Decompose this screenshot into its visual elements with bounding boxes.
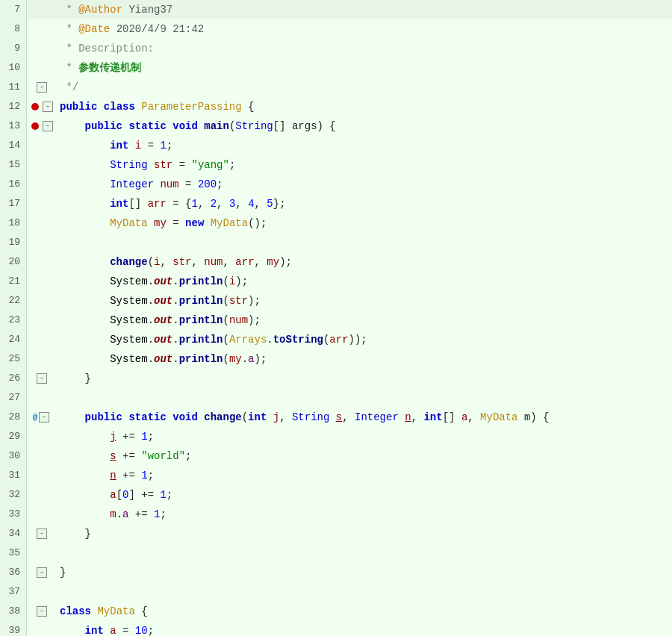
line-33: 33 m.a += 1; — [0, 505, 672, 524]
debug-marker-28: @ — [33, 408, 38, 427]
line-25: 25 System.out.println(my.a); — [0, 349, 672, 369]
line-28: 28 @ - public static void change(int j, … — [0, 408, 672, 427]
line-29: 29 j += 1; — [0, 427, 672, 446]
line-15: 15 String str = "yang"; — [0, 155, 672, 175]
line-27: 27 — [0, 388, 672, 408]
line-38: 38 - class MyData { — [0, 602, 672, 621]
line-22: 22 System.out.println(str); — [0, 291, 672, 311]
line-18: 18 MyData my = new MyData(); — [0, 213, 672, 233]
line-23: 23 System.out.println(num); — [0, 311, 672, 330]
line-12: 12 - public class ParameterPassing { — [0, 97, 672, 116]
line-26: 26 - } — [0, 369, 672, 388]
breakpoint-13[interactable] — [31, 122, 39, 130]
line-16: 16 Integer num = 200; — [0, 175, 672, 194]
code-lines: 7 * @Author Yiang37 8 * @Date 2020/4/9 2… — [0, 0, 672, 636]
fold-icon-34[interactable]: - — [37, 529, 47, 539]
line-13: 13 - public static void main(String[] ar… — [0, 116, 672, 136]
line-37: 37 — [0, 582, 672, 602]
line-20: 20 change(i, str, num, arr, my); — [0, 252, 672, 272]
line-7: 7 * @Author Yiang37 — [0, 0, 672, 19]
fold-icon-11[interactable]: - — [37, 82, 47, 93]
fold-icon-38[interactable]: - — [37, 606, 47, 617]
line-36: 36 - } — [0, 563, 672, 582]
line-11: 11 - */ — [0, 78, 672, 97]
line-39: 39 int a = 10; — [0, 621, 672, 636]
fold-icon-26[interactable]: - — [37, 373, 47, 384]
line-17: 17 int[] arr = {1, 2, 3, 4, 5}; — [0, 194, 672, 213]
line-21: 21 System.out.println(i); — [0, 272, 672, 291]
code-editor: 7 * @Author Yiang37 8 * @Date 2020/4/9 2… — [0, 0, 672, 636]
line-14: 14 int i = 1; — [0, 136, 672, 155]
line-34: 34 - } — [0, 524, 672, 543]
line-30: 30 s += "world"; — [0, 446, 672, 466]
line-24: 24 System.out.println(Arrays.toString(ar… — [0, 330, 672, 349]
fold-icon-28[interactable]: - — [39, 412, 49, 423]
fold-icon-36[interactable]: - — [37, 567, 47, 578]
line-19: 19 — [0, 233, 672, 252]
line-32: 32 a[0] += 1; — [0, 485, 672, 505]
line-35: 35 — [0, 543, 672, 563]
line-31: 31 n += 1; — [0, 466, 672, 485]
line-8: 8 * @Date 2020/4/9 21:42 — [0, 19, 672, 39]
fold-icon-12[interactable]: - — [43, 102, 53, 112]
fold-icon-13[interactable]: - — [43, 121, 53, 131]
line-9: 9 * Description: — [0, 39, 672, 58]
breakpoint-12[interactable] — [31, 103, 39, 110]
line-10: 10 * 参数传递机制 — [0, 58, 672, 78]
